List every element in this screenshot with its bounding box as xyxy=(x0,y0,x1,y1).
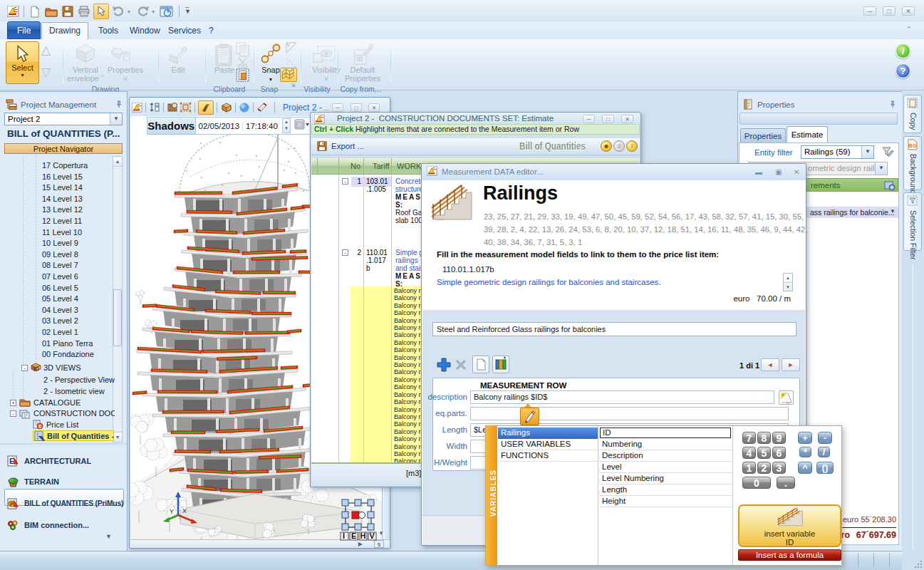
svg-text:E: E xyxy=(351,532,356,540)
svg-text:Y: Y xyxy=(170,508,174,515)
svg-text:+: + xyxy=(782,393,784,398)
svg-text:_: _ xyxy=(786,398,789,403)
svg-text:BG: BG xyxy=(908,142,917,149)
svg-text:D: D xyxy=(358,56,363,62)
svg-text:V: V xyxy=(370,532,375,540)
svg-text:€: € xyxy=(38,424,41,429)
svg-text:H: H xyxy=(360,532,366,540)
svg-text:I: I xyxy=(343,532,345,540)
svg-text:X: X xyxy=(182,507,187,514)
svg-text:3D: 3D xyxy=(33,366,39,371)
